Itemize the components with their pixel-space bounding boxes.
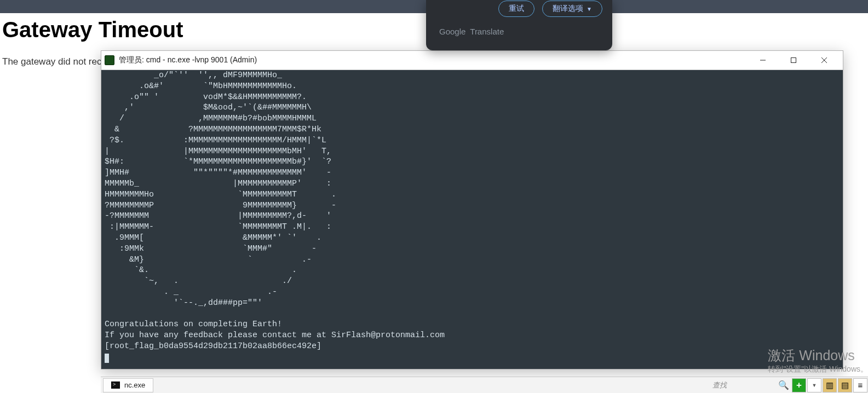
terminal-titlebar[interactable]: 管理员: cmd - nc.exe -lvnp 9001 (Admin) bbox=[101, 51, 843, 70]
toolbar-menu-button[interactable]: ≡ bbox=[853, 378, 867, 392]
translate-options-label: 翻译选项 bbox=[553, 4, 583, 14]
cmder-toolbar-right: 查找 🔍 + ▼ ▥ ▤ ≡ bbox=[710, 377, 868, 393]
terminal-window: 管理员: cmd - nc.exe -lvnp 9001 (Admin) _o/… bbox=[101, 50, 843, 369]
close-icon bbox=[821, 57, 827, 63]
minimize-button[interactable] bbox=[748, 52, 778, 68]
minimize-icon bbox=[760, 57, 766, 63]
toolbar-button-1[interactable]: ▥ bbox=[823, 378, 837, 392]
toolbar-button-2[interactable]: ▤ bbox=[838, 378, 852, 392]
translate-retry-button[interactable]: 重试 bbox=[498, 1, 534, 17]
new-tab-button[interactable]: + bbox=[792, 378, 806, 392]
terminal-body[interactable]: _o/"`'' '',, dMF9MMMMMHo_ .o&#' `"MbHMMM… bbox=[101, 70, 843, 369]
maximize-button[interactable] bbox=[778, 52, 809, 68]
terminal-output: _o/"`'' '',, dMF9MMMMMHo_ .o&#' `"MbHMMM… bbox=[105, 71, 445, 351]
translate-options-button[interactable]: 翻译选项 ▼ bbox=[542, 1, 602, 17]
translate-retry-label: 重试 bbox=[509, 4, 524, 14]
windows-activation-watermark: 激活 Windows 转到"设置"以激活 Windows。 bbox=[768, 346, 868, 374]
close-button[interactable] bbox=[809, 52, 840, 68]
google-translate-label: Translate bbox=[468, 27, 504, 36]
cmder-tab-bar: nc.exe 查找 🔍 + ▼ ▥ ▤ ≡ bbox=[101, 377, 868, 393]
cmder-tab-label: nc.exe bbox=[124, 381, 145, 389]
watermark-line2: 转到"设置"以激活 Windows。 bbox=[768, 365, 868, 374]
terminal-cursor bbox=[105, 354, 109, 363]
watermark-line1: 激活 Windows bbox=[768, 346, 868, 365]
chevron-down-icon: ▼ bbox=[587, 6, 592, 12]
terminal-icon bbox=[105, 55, 114, 65]
cmd-icon bbox=[111, 382, 120, 389]
google-logo-text: Google bbox=[439, 27, 465, 36]
search-input[interactable]: 查找 bbox=[710, 379, 776, 391]
terminal-title: 管理员: cmd - nc.exe -lvnp 9001 (Admin) bbox=[119, 55, 257, 65]
cmder-tab[interactable]: nc.exe bbox=[103, 378, 153, 392]
svg-rect-1 bbox=[791, 58, 796, 63]
new-tab-dropdown[interactable]: ▼ bbox=[807, 378, 821, 392]
translate-branding: Google Translate bbox=[439, 27, 602, 36]
search-icon[interactable]: 🔍 bbox=[777, 378, 791, 392]
translate-popup: 重试 翻译选项 ▼ Google Translate bbox=[426, 0, 612, 50]
maximize-icon bbox=[790, 57, 797, 63]
